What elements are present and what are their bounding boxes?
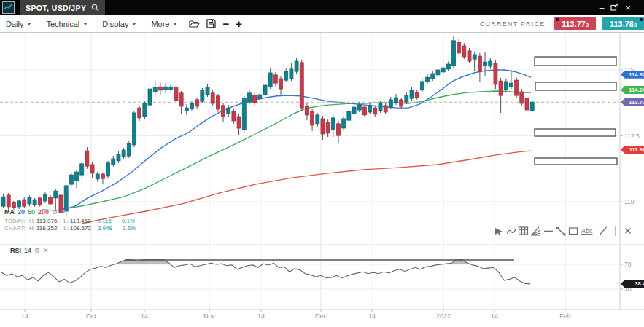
- drawn-rectangle[interactable]: [535, 57, 616, 66]
- candle[interactable]: [258, 95, 262, 99]
- candle[interactable]: [90, 165, 94, 173]
- candle[interactable]: [28, 197, 31, 204]
- close-icon[interactable]: ✕: [43, 247, 49, 254]
- trendline-tool-icon[interactable]: [555, 224, 566, 237]
- candle[interactable]: [499, 81, 503, 95]
- candle[interactable]: [195, 100, 199, 106]
- candle[interactable]: [122, 150, 125, 157]
- candle[interactable]: [164, 87, 168, 90]
- candle[interactable]: [389, 100, 392, 107]
- candle[interactable]: [96, 174, 99, 179]
- candle[interactable]: [426, 77, 430, 82]
- candle[interactable]: [520, 92, 524, 103]
- pattern-grid-tool-icon[interactable]: [518, 224, 529, 237]
- candle[interactable]: [263, 85, 267, 95]
- candle[interactable]: [253, 95, 257, 103]
- candle[interactable]: [127, 143, 131, 156]
- candle[interactable]: [457, 42, 461, 53]
- candle[interactable]: [64, 186, 68, 211]
- candle[interactable]: [420, 82, 424, 90]
- candle[interactable]: [174, 87, 178, 101]
- candle[interactable]: [169, 87, 173, 90]
- candle[interactable]: [38, 198, 42, 205]
- candle[interactable]: [405, 95, 408, 102]
- ma-period-200[interactable]: 200: [38, 208, 49, 216]
- pointer-tool-icon[interactable]: [493, 224, 504, 237]
- candle[interactable]: [18, 201, 21, 207]
- drawn-rectangle[interactable]: [535, 82, 616, 90]
- ma-period-50[interactable]: 50: [28, 208, 35, 216]
- fan-lines-tool-icon[interactable]: [530, 224, 541, 237]
- candle[interactable]: [12, 202, 15, 208]
- zoom-in-icon[interactable]: +: [236, 18, 242, 29]
- candle[interactable]: [69, 175, 73, 184]
- candle[interactable]: [473, 55, 476, 59]
- open-folder-icon[interactable]: [189, 19, 200, 28]
- candle[interactable]: [117, 154, 120, 161]
- minimize-button[interactable]: –: [600, 4, 605, 12]
- candle[interactable]: [395, 98, 398, 103]
- candle[interactable]: [75, 172, 79, 181]
- candle[interactable]: [431, 74, 435, 79]
- candle[interactable]: [138, 108, 141, 118]
- candle[interactable]: [489, 61, 492, 66]
- candle[interactable]: [368, 106, 372, 112]
- candle[interactable]: [446, 64, 450, 69]
- save-icon[interactable]: [206, 19, 216, 28]
- candle[interactable]: [211, 93, 214, 103]
- candle[interactable]: [295, 61, 298, 71]
- candle[interactable]: [43, 194, 47, 201]
- candle[interactable]: [504, 82, 508, 90]
- polyline-tool-icon[interactable]: [505, 224, 516, 237]
- candle[interactable]: [237, 117, 241, 128]
- candle[interactable]: [462, 46, 466, 57]
- candle[interactable]: [525, 98, 529, 110]
- menu-technical[interactable]: Technical: [46, 20, 88, 28]
- zoom-out-icon[interactable]: −: [222, 18, 229, 29]
- rsi-line[interactable]: [1, 259, 530, 284]
- gear-icon[interactable]: ⚙: [34, 247, 40, 254]
- candle[interactable]: [379, 103, 382, 111]
- candle[interactable]: [158, 87, 162, 90]
- candle[interactable]: [494, 63, 497, 84]
- candle[interactable]: [49, 197, 53, 204]
- candle[interactable]: [247, 93, 251, 102]
- candle[interactable]: [484, 62, 487, 66]
- candle[interactable]: [451, 41, 455, 66]
- text-tool-icon[interactable]: Abc: [580, 224, 596, 237]
- candle[interactable]: [290, 69, 293, 79]
- ask-price-badge[interactable]: 113.783: [602, 17, 644, 30]
- chart-tab[interactable]: SPOT, USD/JPY: [20, 0, 105, 15]
- close-icon[interactable]: ✕: [61, 208, 66, 216]
- candle[interactable]: [185, 108, 188, 111]
- candle[interactable]: [101, 174, 104, 178]
- candle[interactable]: [316, 115, 319, 124]
- candle[interactable]: [357, 105, 361, 110]
- candle[interactable]: [279, 79, 283, 89]
- candle[interactable]: [305, 106, 309, 115]
- candle[interactable]: [85, 151, 89, 166]
- candle[interactable]: [400, 100, 403, 106]
- candle[interactable]: [509, 83, 513, 87]
- close-button[interactable]: ×: [625, 3, 631, 12]
- drawn-rectangle[interactable]: [535, 158, 617, 165]
- candle[interactable]: [206, 87, 209, 95]
- candle[interactable]: [352, 107, 356, 114]
- candle[interactable]: [347, 111, 351, 120]
- menu-timeframe[interactable]: Daily: [6, 20, 31, 28]
- candle[interactable]: [112, 159, 115, 165]
- candle[interactable]: [190, 103, 193, 109]
- ma-period-20[interactable]: 20: [18, 208, 25, 216]
- candle[interactable]: [515, 80, 519, 95]
- search-icon[interactable]: [91, 4, 99, 12]
- candle[interactable]: [7, 195, 10, 207]
- candle[interactable]: [436, 70, 440, 75]
- candle[interactable]: [80, 164, 84, 175]
- bid-price-badge[interactable]: 113.773: [554, 17, 596, 30]
- candle[interactable]: [284, 71, 288, 80]
- candle[interactable]: [133, 113, 136, 145]
- candle[interactable]: [54, 191, 58, 198]
- candle[interactable]: [222, 106, 225, 117]
- candle[interactable]: [331, 118, 335, 130]
- candle[interactable]: [1, 197, 5, 206]
